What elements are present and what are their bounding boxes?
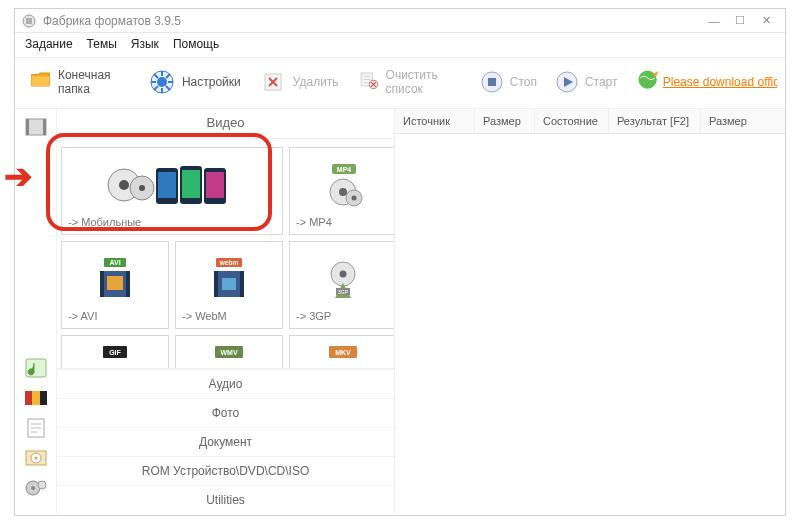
formats-panel: Видео (57, 109, 395, 514)
svg-rect-59 (107, 276, 123, 290)
svg-point-53 (352, 196, 357, 201)
format-cell-mkv[interactable]: MKV (289, 335, 394, 368)
svg-text:WMV: WMV (220, 349, 237, 356)
formats-grid: -> Мобильные MP4 -> MP4 (57, 139, 394, 368)
category-utilities[interactable]: Utilities (57, 485, 394, 514)
folder-icon (29, 68, 52, 96)
webm-icon: webm (182, 248, 276, 310)
delete-icon (259, 68, 287, 96)
col-size2[interactable]: Размер (701, 109, 785, 133)
category-list: Аудио Фото Документ ROM Устройство\DVD\C… (57, 368, 394, 514)
menu-language[interactable]: Язык (131, 37, 159, 51)
globe-icon (636, 68, 659, 96)
gear-icon (148, 68, 176, 96)
toolbar: Конечная папка Настройки Удалить Очистит… (15, 58, 785, 109)
right-content: Видео (57, 109, 785, 514)
format-cell-gif[interactable]: GIF (61, 335, 169, 368)
svg-point-37 (38, 481, 46, 489)
svg-rect-22 (43, 119, 46, 135)
svg-point-39 (119, 180, 129, 190)
svg-rect-16 (488, 78, 496, 86)
svg-point-41 (139, 185, 145, 191)
stop-button[interactable]: Стоп (474, 66, 543, 98)
col-result[interactable]: Результат [F2] (609, 109, 701, 133)
col-size1[interactable]: Размер (475, 109, 535, 133)
format-cell-webm[interactable]: webm -> WebM (175, 241, 283, 329)
svg-rect-21 (26, 119, 29, 135)
svg-rect-1 (26, 18, 32, 24)
menu-task[interactable]: Задание (25, 37, 73, 51)
col-source[interactable]: Источник (395, 109, 475, 133)
svg-point-4 (157, 77, 167, 87)
svg-rect-2 (31, 76, 49, 86)
delete-button[interactable]: Удалить (253, 64, 345, 100)
clear-list-icon (357, 68, 380, 96)
svg-rect-47 (206, 172, 224, 198)
format-cell-avi[interactable]: AVI -> AVI (61, 241, 169, 329)
sidebar-photo-icon[interactable] (23, 386, 49, 410)
svg-rect-45 (182, 170, 200, 198)
svg-point-51 (339, 188, 347, 196)
table-header: Источник Размер Состояние Результат [F2]… (395, 109, 785, 134)
sidebar-audio-icon[interactable] (23, 356, 49, 380)
start-label: Старт (585, 75, 618, 89)
svg-text:webm: webm (219, 259, 239, 266)
sidebar (15, 109, 57, 514)
svg-rect-26 (32, 391, 40, 405)
col-state[interactable]: Состояние (535, 109, 609, 133)
sidebar-utilities-icon[interactable] (23, 476, 49, 500)
dest-folder-label: Конечная папка (58, 68, 130, 96)
category-photo[interactable]: Фото (57, 398, 394, 427)
format-cell-3gp[interactable]: 3GP -> 3GP (289, 241, 394, 329)
category-document[interactable]: Документ (57, 427, 394, 456)
svg-text:MP4: MP4 (337, 166, 352, 173)
settings-label: Настройки (182, 75, 241, 89)
format-cell-mp4[interactable]: MP4 -> MP4 (289, 147, 394, 235)
format-mobile-label: -> Мобильные (68, 216, 276, 228)
clear-list-button[interactable]: Очистить список (351, 64, 468, 100)
svg-rect-64 (240, 271, 244, 297)
format-3gp-label: -> 3GP (296, 310, 390, 322)
menu-themes[interactable]: Темы (87, 37, 117, 51)
window-title: Фабрика форматов 3.9.5 (43, 14, 701, 28)
svg-rect-58 (126, 271, 130, 297)
avi-icon: AVI (68, 248, 162, 310)
minimize-button[interactable]: — (701, 12, 727, 30)
delete-label: Удалить (293, 75, 339, 89)
settings-button[interactable]: Настройки (142, 64, 247, 100)
sidebar-rom-icon[interactable] (23, 446, 49, 470)
sidebar-document-icon[interactable] (23, 416, 49, 440)
format-cell-mobile[interactable]: -> Мобильные (61, 147, 283, 235)
svg-text:AVI: AVI (109, 259, 120, 266)
svg-rect-63 (214, 271, 218, 297)
svg-point-67 (340, 271, 347, 278)
maximize-button[interactable]: ☐ (727, 12, 753, 30)
mp4-icon: MP4 (296, 154, 390, 216)
svg-point-34 (34, 457, 37, 460)
dest-folder-button[interactable]: Конечная папка (23, 64, 136, 100)
svg-rect-27 (40, 391, 47, 405)
svg-rect-25 (25, 391, 32, 405)
category-rom[interactable]: ROM Устройство\DVD\CD\ISO (57, 456, 394, 485)
svg-text:GIF: GIF (109, 349, 121, 356)
svg-rect-65 (222, 278, 236, 290)
sidebar-video-icon[interactable] (23, 115, 49, 139)
mobile-devices-icon (68, 154, 276, 216)
start-button[interactable]: Старт (549, 66, 624, 98)
svg-text:MKV: MKV (335, 349, 351, 356)
format-cell-wmv[interactable]: WMV (175, 335, 283, 368)
download-link[interactable]: Please download official v (663, 75, 777, 89)
gif-icon: GIF (68, 342, 162, 362)
mkv-icon: MKV (296, 342, 390, 362)
svg-rect-57 (100, 271, 104, 297)
format-webm-label: -> WebM (182, 310, 276, 322)
category-header: Видео (57, 109, 394, 139)
close-button[interactable]: ✕ (753, 12, 779, 30)
app-window: Фабрика форматов 3.9.5 — ☐ ✕ Задание Тем… (14, 8, 786, 516)
category-audio[interactable]: Аудио (57, 369, 394, 398)
stop-icon (480, 70, 504, 94)
menu-bar: Задание Темы Язык Помощь (15, 33, 785, 58)
svg-rect-43 (158, 172, 176, 198)
stop-label: Стоп (510, 75, 537, 89)
menu-help[interactable]: Помощь (173, 37, 219, 51)
